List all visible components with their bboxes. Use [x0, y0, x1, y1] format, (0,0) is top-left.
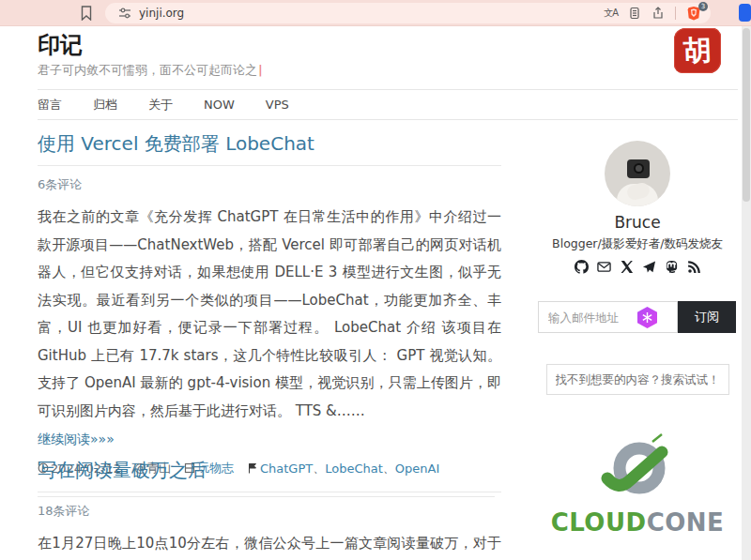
page: 胡 印记 君子可内敛不可懦弱，面不公可起而论之| 留言 归档 关于 NOW VP…: [0, 26, 751, 560]
mastodon-icon[interactable]: [665, 260, 679, 274]
address-bar[interactable]: yinji.org 文A 3: [105, 3, 711, 23]
nav-item-now[interactable]: NOW: [204, 98, 235, 112]
scrollbar[interactable]: [742, 26, 751, 560]
telegram-icon[interactable]: [642, 260, 656, 274]
sidebar: Bruce Blogger/摄影爱好者/数码发烧友: [538, 131, 737, 537]
subscribe-form: 订阅: [538, 301, 736, 333]
post-comments-count[interactable]: 6条评论: [38, 176, 501, 193]
x-twitter-icon[interactable]: [620, 260, 634, 274]
browser-profile-button[interactable]: [739, 4, 751, 22]
author-bio: Blogger/摄影爱好者/数码发烧友: [538, 236, 737, 252]
nav-item-message[interactable]: 留言: [38, 97, 62, 114]
post-title-link[interactable]: 写在阅读量破万之后: [38, 458, 501, 492]
scrollbar-thumb[interactable]: [743, 28, 750, 202]
browser-toolbar: yinji.org 文A 3: [0, 0, 751, 26]
share-icon[interactable]: [651, 7, 665, 20]
bookmark-icon[interactable]: [81, 6, 92, 21]
cloudcone-ad[interactable]: CLOUDCONE: [538, 430, 737, 537]
reader-mode-icon[interactable]: [628, 7, 641, 20]
post-excerpt: 我在之前的文章《充分发挥 ChatGPT 在日常生活中的作用》中介绍过一款开源项…: [38, 204, 501, 425]
toolbar-separator: [675, 7, 676, 20]
typing-cursor: |: [258, 63, 263, 77]
post-excerpt: 在1月27日晚上10点10分左右，微信公众号上一篇文章阅读量破万，对于我来说是一…: [38, 530, 501, 560]
cloudcone-wordmark: CLOUDCONE: [538, 508, 737, 537]
site-title[interactable]: 印记: [38, 30, 83, 60]
post-comments-count[interactable]: 18条评论: [38, 503, 501, 520]
post-card: 使用 Vercel 免费部署 LobeChat 6条评论 我在之前的文章《充分发…: [38, 131, 501, 497]
avatar[interactable]: [605, 141, 670, 206]
social-links: [538, 260, 737, 274]
site-subtitle: 君子可内敛不可懦弱，面不公可起而论之|: [38, 62, 263, 79]
cloudcone-logo-icon: [581, 430, 694, 507]
read-more-link[interactable]: 继续阅读»»»: [38, 431, 115, 448]
nav-item-archive[interactable]: 归档: [93, 97, 117, 114]
search-input[interactable]: [546, 364, 729, 395]
nav-item-vps[interactable]: VPS: [266, 98, 289, 112]
post-title-link[interactable]: 使用 Vercel 免费部署 LobeChat: [38, 131, 501, 166]
url-text[interactable]: yinji.org: [139, 7, 604, 20]
nav-item-about[interactable]: 关于: [148, 97, 173, 114]
seal-character: 胡: [682, 31, 712, 70]
site-settings-icon[interactable]: [118, 7, 131, 20]
site-seal-logo: 胡: [674, 28, 721, 73]
post-card: 写在阅读量破万之后 18条评论 在1月27日晚上10点10分左右，微信公众号上一…: [38, 458, 501, 560]
rss-icon[interactable]: [687, 260, 701, 274]
subscribe-button[interactable]: 订阅: [678, 301, 736, 333]
translate-icon[interactable]: 文A: [604, 7, 618, 20]
brave-shield-icon[interactable]: 3: [686, 6, 703, 21]
main-nav: 留言 归档 关于 NOW VPS: [38, 89, 738, 120]
shield-badge: 3: [698, 2, 708, 11]
github-icon[interactable]: [575, 260, 589, 274]
author-name: Bruce: [538, 213, 737, 232]
email-icon[interactable]: [597, 260, 611, 274]
